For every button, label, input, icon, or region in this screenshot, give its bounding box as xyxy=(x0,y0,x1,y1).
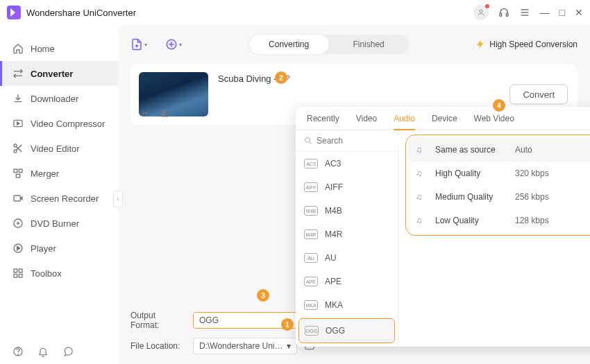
sidebar-item-converter[interactable]: Converter xyxy=(0,61,118,86)
chevron-down-icon: ▾ xyxy=(179,42,182,48)
tab-device[interactable]: Device xyxy=(432,114,457,130)
format-badge-icon: MKA xyxy=(304,300,318,310)
sidebar-item-downloader[interactable]: Downloader xyxy=(0,86,118,111)
sidebar-item-merger[interactable]: Merger xyxy=(0,161,118,186)
format-item-aiff[interactable]: AIFFAIFF xyxy=(296,175,398,199)
format-badge-icon: AIFF xyxy=(304,182,318,192)
quality-item-same[interactable]: ♫ Same as source Auto xyxy=(409,138,590,162)
sidebar: Home Converter Downloader Video Compress… xyxy=(0,25,118,364)
format-item-au[interactable]: AUAU xyxy=(296,246,398,270)
sidebar-label: Toolbox xyxy=(31,268,62,279)
high-speed-toggle[interactable]: High Speed Conversion xyxy=(475,40,578,49)
download-icon xyxy=(12,93,24,104)
maximize-button[interactable]: □ xyxy=(559,8,565,17)
svg-rect-2 xyxy=(506,13,508,16)
compress-icon xyxy=(12,118,24,129)
disc-icon xyxy=(12,218,24,229)
format-badge-icon: M4R xyxy=(304,229,318,239)
tab-recently[interactable]: Recently xyxy=(307,114,339,130)
music-icon: ♫ xyxy=(416,216,428,225)
menu-icon[interactable] xyxy=(519,7,530,18)
seg-finished[interactable]: Finished xyxy=(329,35,409,54)
grid-icon xyxy=(12,268,24,279)
file-location-label: File Location: xyxy=(130,341,186,351)
chevron-down-icon: ▾ xyxy=(287,341,291,351)
format-item-m4r[interactable]: M4RM4R xyxy=(296,223,398,246)
sidebar-item-dvd[interactable]: DVD Burner xyxy=(0,211,118,236)
sidebar-label: Video Editor xyxy=(31,144,80,154)
sidebar-label: DVD Burner xyxy=(31,218,79,229)
format-badge-icon: AU xyxy=(304,253,318,263)
format-item-m4b[interactable]: M4BM4B xyxy=(296,199,398,223)
format-item-ape[interactable]: APEAPE xyxy=(296,270,398,293)
svg-point-29 xyxy=(305,138,310,143)
help-icon[interactable] xyxy=(12,346,24,357)
tab-video[interactable]: Video xyxy=(356,114,377,130)
format-item-ac3[interactable]: AC3AC3 xyxy=(296,152,398,175)
svg-rect-20 xyxy=(14,269,17,272)
sidebar-label: Screen Recorder xyxy=(31,193,99,204)
close-button[interactable]: ✕ xyxy=(575,8,583,17)
svg-point-0 xyxy=(480,10,482,12)
music-icon: ♫ xyxy=(416,168,428,178)
quality-item-high[interactable]: ♫ High Quality 320 kbps xyxy=(409,162,590,185)
chevron-down-icon: ▾ xyxy=(144,42,147,48)
sidebar-collapse-handle[interactable]: ‹ xyxy=(113,191,123,207)
tab-audio[interactable]: Audio xyxy=(394,114,415,130)
annotation-2: 2 xyxy=(275,71,287,84)
sidebar-label: Home xyxy=(31,44,55,54)
crop-icon[interactable]: ◧ xyxy=(158,107,171,119)
merge-icon xyxy=(12,168,24,179)
status-segment: Converting Finished xyxy=(249,35,409,54)
format-item-mka[interactable]: MKAMKA xyxy=(296,293,398,317)
trim-icon[interactable]: ✂ xyxy=(139,107,151,119)
add-file-button[interactable]: ▾ xyxy=(130,36,147,53)
file-location-select[interactable]: D:\Wondershare UniConverter ▾ xyxy=(193,338,297,354)
format-badge-icon: M4B xyxy=(304,206,318,216)
chat-icon[interactable] xyxy=(62,346,74,357)
minimize-button[interactable]: — xyxy=(540,8,550,17)
svg-rect-15 xyxy=(14,196,20,201)
main-area: ▾ ▾ Converting Finished High Speed Conve… xyxy=(118,25,590,364)
footer-icons xyxy=(12,346,74,357)
format-list[interactable]: AC3AC3 AIFFAIFF M4BM4B M4RM4R AUAU APEAP… xyxy=(296,152,398,347)
svg-rect-13 xyxy=(19,169,22,173)
svg-marker-7 xyxy=(17,122,19,125)
svg-line-30 xyxy=(310,142,312,144)
titlebar: Wondershare UniConverter — □ ✕ xyxy=(0,0,590,25)
search-icon xyxy=(304,137,312,145)
scissors-icon xyxy=(12,143,24,154)
sidebar-item-recorder[interactable]: Screen Recorder xyxy=(0,186,118,211)
user-avatar-icon[interactable] xyxy=(473,5,489,20)
play-icon xyxy=(12,243,24,254)
svg-point-16 xyxy=(14,219,22,227)
svg-point-33 xyxy=(18,354,19,355)
add-url-button[interactable]: ▾ xyxy=(165,36,182,53)
svg-rect-22 xyxy=(14,274,17,277)
sidebar-item-toolbox[interactable]: Toolbox xyxy=(0,261,118,286)
format-item-ogg[interactable]: OGGOGG xyxy=(298,318,395,343)
sidebar-item-editor[interactable]: Video Editor xyxy=(0,136,118,161)
headset-icon[interactable] xyxy=(498,7,509,18)
sidebar-item-home[interactable]: Home xyxy=(0,36,118,61)
sidebar-label: Downloader xyxy=(31,94,78,104)
convert-button[interactable]: Convert xyxy=(509,85,568,105)
sidebar-label: Video Compressor xyxy=(31,119,105,129)
tab-webvideo[interactable]: Web Video xyxy=(474,114,514,130)
bell-icon[interactable] xyxy=(37,346,49,357)
sidebar-label: Player xyxy=(31,243,56,254)
quality-item-low[interactable]: ♫ Low Quality 128 kbps xyxy=(409,209,590,232)
svg-rect-14 xyxy=(16,174,19,177)
quality-list: ♫ Same as source Auto ♫ High Quality 320… xyxy=(405,135,590,236)
quality-item-medium[interactable]: ♫ Medium Quality 256 kbps xyxy=(409,185,590,209)
svg-rect-1 xyxy=(500,13,502,16)
annotation-3: 3 xyxy=(257,289,269,302)
sidebar-item-compressor[interactable]: Video Compressor xyxy=(0,111,118,136)
home-icon xyxy=(12,43,24,54)
format-badge-icon: OGG xyxy=(305,326,319,336)
svg-point-9 xyxy=(14,150,17,153)
seg-converting[interactable]: Converting xyxy=(249,35,329,54)
sidebar-label: Converter xyxy=(31,69,73,79)
music-icon: ♫ xyxy=(416,145,428,155)
sidebar-item-player[interactable]: Player xyxy=(0,236,118,261)
